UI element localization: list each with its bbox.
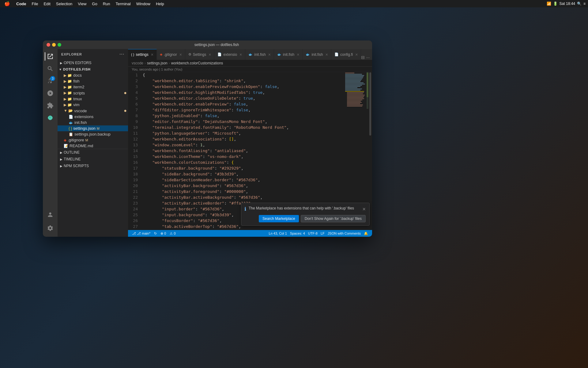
ln-11: 11 [128,130,138,136]
ln-13: 13 [128,142,138,148]
menubar-go[interactable]: Go [89,1,100,7]
svg-rect-13 [345,87,357,88]
statusbar-line-ending[interactable]: LF [319,232,326,235]
statusbar-language[interactable]: JSON with Comments [326,232,362,235]
tab-settings-json[interactable]: { } settings × [128,49,157,60]
folder-vscode[interactable]: ▼ 📂 vscode ● [58,108,128,114]
timeline-header[interactable]: ▶ TIMELINE [58,156,128,163]
more-tabs-icon[interactable]: ··· [366,55,370,60]
minimize-button[interactable] [52,43,56,47]
tab-init-fish2[interactable]: 🐟 init.fish × [274,49,303,60]
dont-show-again-button[interactable]: Don't Show Again for '.backup' files [301,215,366,222]
svg-rect-22 [347,98,364,99]
menubar-window[interactable]: Window [134,1,153,7]
svg-rect-7 [345,80,361,81]
menubar-run[interactable]: Run [100,1,113,7]
file-settings-json[interactable]: { } settings.json M [58,125,128,131]
statusbar-position[interactable]: Ln 43, Col 1 [267,232,288,235]
menubar-view[interactable]: View [75,1,89,7]
svg-rect-26 [347,103,360,104]
activity-account[interactable] [45,209,56,220]
tab-init-fish-label: init.fish [254,52,266,57]
statusbar-spaces[interactable]: Spaces: 4 [288,232,307,235]
menubar-help[interactable]: Help [153,1,167,7]
menu-icon[interactable]: ≡ [583,2,586,6]
tab-init-fish2-close[interactable]: × [297,52,299,57]
file-gitignore[interactable]: ◈ .gitignore M [58,137,128,143]
close-button[interactable] [47,43,50,47]
statusbar-notifications[interactable]: 🔔 [362,232,370,236]
activity-fish[interactable] [45,112,56,123]
open-editors-header[interactable]: ▶ OPEN EDITORS [58,59,128,66]
activity-settings[interactable] [45,223,56,234]
menubar-edit[interactable]: Edit [41,1,53,7]
folder-fish[interactable]: ▶ 📁 fish [58,78,128,84]
menubar-code[interactable]: Code [14,1,29,7]
file-init-fish[interactable]: 🐟 init.fish [58,120,128,125]
file-settings-json-backup[interactable]: 📋 settings.json.backup [58,131,128,137]
file-extensions[interactable]: 📄 extensions [58,114,128,120]
npm-scripts-header[interactable]: ▶ NPM SCRIPTS [58,163,128,169]
backup-file-icon: 📋 [69,132,73,136]
tab-settings[interactable]: ⚙ Settings × [185,49,215,60]
window-title: settings.json — dotfiles.fish [65,43,368,47]
activity-source-control[interactable]: 3 [45,75,56,86]
tab-extensio-close[interactable]: × [239,52,242,57]
code-line-13: "window.zoomLevel": 1, [143,142,344,148]
modified-badge: M [97,127,100,130]
statusbar-branch[interactable]: ⎇ ⎇ main* [130,230,152,237]
apple-menu[interactable]: 🍎 [2,1,12,6]
search-icon[interactable]: 🔍 [577,2,582,6]
statusbar-warnings[interactable]: ⚠ 0 [168,230,177,237]
tab-init-fish3[interactable]: 🐟 init.fish × [303,49,331,60]
folder-vim[interactable]: ▶ 📁 vim [58,102,128,108]
folder-docs[interactable]: ▶ 📁 docs [58,72,128,78]
tab-config-fi-close[interactable]: × [355,52,358,57]
menubar-selection[interactable]: Selection [54,1,75,7]
breadcrumb-file[interactable]: settings.json [147,61,168,65]
activity-search[interactable] [45,63,56,74]
code-line-10: "terminal.integrated.fontFamily": "Robot… [143,125,344,130]
statusbar-encoding[interactable]: UTF-8 [307,232,319,235]
tab-settings2-close[interactable]: × [209,52,211,57]
outline-header[interactable]: ▶ OUTLINE [58,149,128,156]
code-line-17: "statusBar.background": "#292929", [143,165,344,171]
notification-close-icon[interactable]: × [362,206,366,213]
menubar-file[interactable]: File [29,1,41,7]
activity-explorer[interactable] [45,51,56,62]
folder-iterm2[interactable]: ▶ 📁 iterm2 [58,84,128,90]
code-line-18: "sideBar.background": "#3b3d39", [143,171,344,177]
notification-top: ℹ The Marketplace has extensions that ca… [244,206,366,213]
tab-gitignore-close[interactable]: × [179,52,182,57]
tab-extensio[interactable]: 📄 extensio × [214,49,245,60]
split-editor-icon[interactable]: ⊟ [361,55,365,60]
search-marketplace-button[interactable]: Search Marketplace [259,215,299,222]
source-control-badge: 3 [50,76,55,81]
maximize-button[interactable] [58,43,61,47]
statusbar-sync[interactable]: ↻ [153,230,158,237]
tab-settings-close[interactable]: × [151,52,153,57]
tab-init-fish-close[interactable]: × [268,52,271,57]
dotfiles-label: DOTFILES.FISH [63,67,91,71]
breadcrumb-key[interactable]: workbench.colorCustomizations [171,61,223,65]
statusbar-errors[interactable]: ⊗ 0 [159,230,168,237]
tab-init-fish[interactable]: 🐟 init.fish × [245,49,274,60]
activity-extensions[interactable] [45,100,56,111]
tab-init-fish3-close[interactable]: × [326,52,328,57]
breadcrumb-vscode[interactable]: vscode [132,61,143,65]
sidebar-more-icon[interactable]: ··· [119,52,124,57]
file-readme-md[interactable]: 📝 README.md [58,143,128,149]
folder-scripts[interactable]: ▶ 📁 scripts ● [58,90,128,96]
folder-tmux[interactable]: ▶ 📁 tmux [58,96,128,102]
tab-settings-icon: { } [131,53,134,56]
sidebar-content[interactable]: ▶ OPEN EDITORS ▼ DOTFILES.FISH ▶ 📁 docs [58,59,128,237]
svg-rect-27 [347,105,363,105]
dotfiles-header[interactable]: ▼ DOTFILES.FISH [58,66,128,72]
svg-rect-20 [347,96,364,97]
activity-run[interactable] [45,88,56,99]
branch-name: ⎇ main* [137,232,150,236]
titlebar: settings.json — dotfiles.fish [43,40,372,49]
tab-gitignore[interactable]: ◈ .gitignor × [157,49,185,60]
tab-config-fi[interactable]: 📄 config.fi × [331,49,361,60]
menubar-terminal[interactable]: Terminal [113,1,133,7]
